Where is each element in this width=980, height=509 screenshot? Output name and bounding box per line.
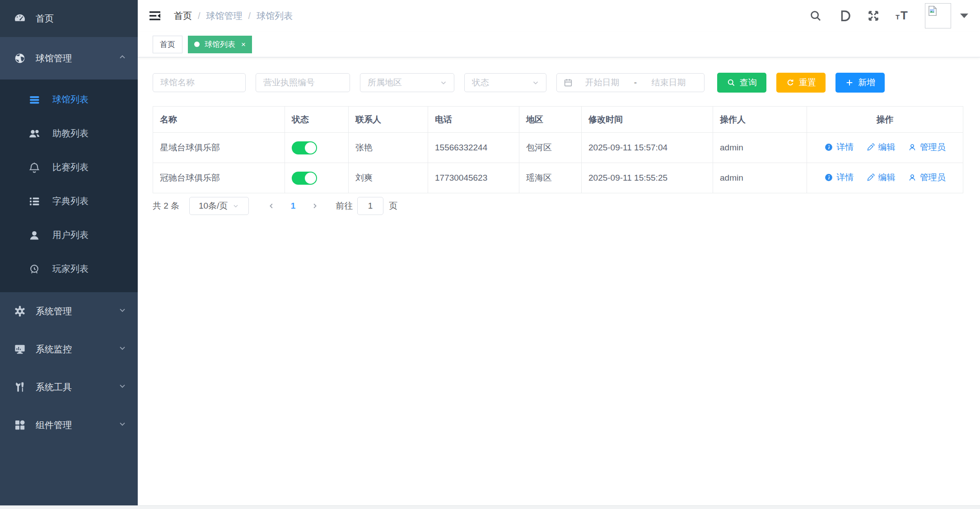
admin-link[interactable]: 管理员 <box>908 172 946 183</box>
top-navbar: 首页 / 球馆管理 / 球馆列表 TT <box>138 0 980 32</box>
edit-pencil-icon <box>866 173 875 182</box>
cell-contact: 张艳 <box>349 133 428 163</box>
breadcrumb-item-venue-manage[interactable]: 球馆管理 <box>206 10 243 22</box>
cell-status <box>285 163 349 193</box>
venue-name-input[interactable] <box>153 73 246 92</box>
page-content: 所属地区 状态 开始日期 - 结束日期 查询 <box>138 57 980 215</box>
next-page-button[interactable] <box>304 197 326 215</box>
sidebar-submenu-label: 组件管理 <box>36 419 72 431</box>
edit-link-label: 编辑 <box>878 172 896 183</box>
calendar-icon <box>563 78 573 88</box>
table-row: 冠驰台球俱乐部 刘爽 17730045623 瑶海区 2025-09-11 15… <box>153 163 963 193</box>
sidebar-item-dict-list[interactable]: 字典列表 <box>0 184 138 218</box>
date-range-picker[interactable]: 开始日期 - 结束日期 <box>556 73 705 92</box>
sidebar-submenu-system-manage[interactable]: 系统管理 <box>0 292 138 330</box>
gear-icon <box>13 304 27 318</box>
cell-phone: 15566332244 <box>428 133 519 163</box>
cell-district: 瑶海区 <box>519 163 582 193</box>
column-header-name: 名称 <box>153 107 285 133</box>
chevron-down-icon <box>118 306 127 317</box>
breadcrumb-item-venue-list[interactable]: 球馆列表 <box>257 10 293 22</box>
page-size-select[interactable]: 10条/页 <box>189 197 249 215</box>
search-icon[interactable] <box>801 9 830 23</box>
detail-link-label: 详情 <box>836 172 854 183</box>
cell-contact: 刘爽 <box>349 163 428 193</box>
search-button-label: 查询 <box>740 77 757 89</box>
sidebar-item-user-list[interactable]: 用户列表 <box>0 218 138 252</box>
stopwatch-icon <box>27 262 42 276</box>
font-size-icon[interactable]: TT <box>888 9 918 23</box>
date-end-placeholder: 结束日期 <box>639 77 698 89</box>
goto-page-input[interactable] <box>357 197 383 215</box>
cell-actions: 详情 编辑 管理员 <box>807 133 963 163</box>
reset-button-label: 重置 <box>799 77 816 89</box>
sidebar-submenu-label: 系统监控 <box>36 343 72 355</box>
edit-link[interactable]: 编辑 <box>866 172 896 183</box>
chevron-down-icon <box>532 79 540 87</box>
license-number-input[interactable] <box>256 73 350 92</box>
svg-text:T: T <box>896 14 900 21</box>
add-button[interactable]: 新增 <box>835 73 885 93</box>
sidebar-submenu-venue[interactable]: 球馆管理 <box>0 37 138 79</box>
sidebar-item-home[interactable]: 首页 <box>0 0 138 37</box>
detail-link[interactable]: 详情 <box>824 172 854 183</box>
person-icon <box>908 173 917 182</box>
sidebar-item-match-list[interactable]: 比赛列表 <box>0 150 138 184</box>
status-toggle[interactable] <box>292 172 317 185</box>
breadcrumb: 首页 / 球馆管理 / 球馆列表 <box>174 10 293 22</box>
detail-link[interactable]: 详情 <box>824 141 854 153</box>
app-window: 首页 球馆管理 球馆列表 助教列表 <box>0 0 980 505</box>
status-select[interactable]: 状态 <box>464 73 546 92</box>
dashboard-gauge-icon <box>13 12 27 25</box>
sidebar-item-label: 字典列表 <box>52 195 89 207</box>
breadcrumb-item-home[interactable]: 首页 <box>174 10 192 22</box>
sidebar-fold-icon[interactable] <box>138 9 167 23</box>
reset-button[interactable]: 重置 <box>776 73 826 93</box>
status-toggle[interactable] <box>292 141 317 154</box>
sidebar-item-label: 比赛列表 <box>52 161 89 173</box>
sidebar-submenu-system-tools[interactable]: 系统工具 <box>0 368 138 406</box>
sidebar-submenu-label: 系统管理 <box>36 305 72 318</box>
column-header-operator: 操作人 <box>713 107 807 133</box>
sidebar-item-label: 首页 <box>36 13 54 25</box>
admin-link[interactable]: 管理员 <box>908 141 946 153</box>
docs-icon[interactable] <box>830 9 859 23</box>
active-dot-icon <box>194 42 200 47</box>
cell-name: 冠驰台球俱乐部 <box>153 163 285 193</box>
sidebar-submenu-label: 球馆管理 <box>36 52 72 65</box>
user-avatar-menu[interactable] <box>925 3 968 28</box>
cell-modified: 2025-09-11 15:57:04 <box>582 133 713 163</box>
total-count: 共 2 条 <box>153 200 179 212</box>
chevron-down-icon <box>118 382 127 393</box>
sidebar-submenu-system-monitor[interactable]: 系统监控 <box>0 330 138 368</box>
detail-link-label: 详情 <box>836 141 854 153</box>
tag-venue-list[interactable]: 球馆列表 × <box>188 36 252 53</box>
tag-close-icon[interactable]: × <box>241 41 246 48</box>
edit-link[interactable]: 编辑 <box>866 141 896 153</box>
search-button[interactable]: 查询 <box>717 73 766 93</box>
sidebar-item-player-list[interactable]: 玩家列表 <box>0 252 138 286</box>
plus-icon <box>845 78 854 87</box>
tag-home[interactable]: 首页 <box>153 36 182 53</box>
edit-link-label: 编辑 <box>878 141 896 153</box>
cell-operator: admin <box>713 163 807 193</box>
sidebar-item-venue-list[interactable]: 球馆列表 <box>0 83 138 117</box>
page-size-value: 10条/页 <box>199 200 228 212</box>
cell-phone: 17730045623 <box>428 163 519 193</box>
column-header-phone: 电话 <box>428 107 519 133</box>
venues-table: 名称 状态 联系人 电话 地区 修改时间 操作人 操作 星域台球俱乐部 <box>153 106 963 193</box>
tag-label: 球馆列表 <box>205 39 235 50</box>
select-placeholder: 所属地区 <box>368 77 402 89</box>
page-number-1[interactable]: 1 <box>282 197 304 215</box>
sidebar-item-label: 球馆列表 <box>52 93 89 106</box>
sidebar-submenu-components[interactable]: 组件管理 <box>0 406 138 444</box>
sidebar-item-label: 玩家列表 <box>52 263 89 275</box>
prev-page-button[interactable] <box>261 197 282 215</box>
pagination: 共 2 条 10条/页 1 前往 页 <box>153 197 963 215</box>
region-select[interactable]: 所属地区 <box>360 73 454 92</box>
sidebar-item-assistant-list[interactable]: 助教列表 <box>0 117 138 150</box>
svg-text:T: T <box>901 9 908 22</box>
breadcrumb-separator: / <box>248 11 251 21</box>
fullscreen-icon[interactable] <box>859 9 888 23</box>
column-header-contact: 联系人 <box>349 107 428 133</box>
